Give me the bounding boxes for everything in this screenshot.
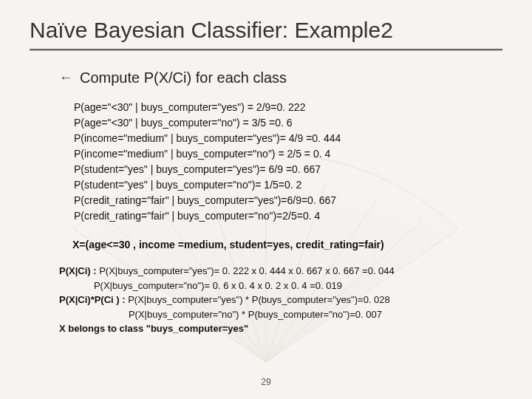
page-number: 29 — [0, 377, 532, 387]
slide-title: Naïve Bayesian Classifier: Example2 — [30, 18, 502, 43]
prob-line: P(income="medium" | buys_computer="no") … — [74, 146, 502, 162]
prob-line: P(credit_rating="fair" | buys_computer="… — [74, 193, 502, 208]
content: ← Compute P(X/Ci) for each class P(age="… — [59, 69, 502, 336]
calculation-block: P(X|Ci) : P(X|buys_computer="yes")= 0. 2… — [59, 264, 502, 336]
prob-line: P(credit_rating="fair" | buys_computer="… — [74, 208, 502, 224]
calc-line: P(X|buys_computer="no")= 0. 6 x 0. 4 x 0… — [59, 279, 502, 293]
probability-list: P(age="<30" | buys_computer="yes") = 2/9… — [74, 100, 502, 224]
arrow-left-icon: ← — [59, 70, 72, 86]
calc-label: P(X|Ci) : — [59, 265, 99, 276]
x-tuple: X=(age<=30 , income =medium, student=yes… — [72, 239, 502, 250]
calc-line: P(X|buys_computer="no") * P(buys_compute… — [59, 307, 502, 322]
calc-text: P(X|buys_computer="yes") * P(buys_comput… — [128, 294, 390, 305]
calc-line: P(X|Ci) : P(X|buys_computer="yes")= 0. 2… — [59, 264, 502, 279]
calc-conclusion: X belongs to class "buys_computer=yes" — [59, 321, 502, 336]
title-underline — [30, 49, 502, 50]
lead-bullet: ← Compute P(X/Ci) for each class — [59, 69, 502, 86]
slide: Naïve Bayesian Classifier: Example2 ← Co… — [0, 0, 532, 399]
prob-line: P(age="<30" | buys_computer="yes") = 2/9… — [74, 100, 502, 115]
prob-line: P(income="medium" | buys_computer="yes")… — [74, 131, 502, 146]
calc-line: P(X|Ci)*P(Ci ) : P(X|buys_computer="yes"… — [59, 293, 502, 307]
prob-line: P(age="<30" | buys_computer="no") = 3/5 … — [74, 115, 502, 131]
prob-line: P(student="yes" | buys_computer="no")= 1… — [74, 177, 502, 193]
prob-line: P(student="yes" | buys_computer="yes")= … — [74, 162, 502, 177]
lead-text: Compute P(X/Ci) for each class — [80, 69, 287, 86]
calc-label: P(X|Ci)*P(Ci ) : — [59, 294, 128, 305]
calc-text: P(X|buys_computer="yes")= 0. 222 x 0. 44… — [99, 265, 395, 276]
